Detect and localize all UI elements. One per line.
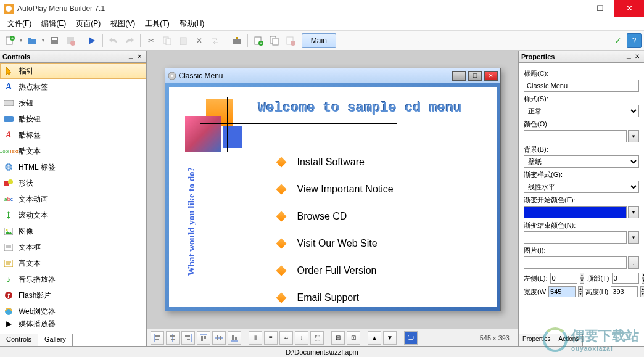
control-html[interactable]: HTML 标签 [0,159,146,175]
pin-icon[interactable]: ⊥ [126,53,135,60]
menu-tools[interactable]: 工具(T) [140,17,174,30]
spin-up[interactable]: ▲ [580,273,585,278]
center-h-button[interactable]: ⊟ [331,331,345,345]
align-bottom-button[interactable] [228,331,241,345]
dropdown-icon[interactable]: ▼ [628,231,639,244]
preview-max-button[interactable]: ☐ [468,71,482,81]
dup-page-button[interactable] [267,33,282,48]
prop-top-input[interactable] [612,273,639,284]
align-right-button[interactable] [181,331,195,345]
cut-button[interactable]: ✂ [144,33,159,48]
panel-close-icon[interactable]: ✕ [135,53,144,60]
tab-gallery[interactable]: Gallery [38,334,73,346]
control-hotlabel[interactable]: A热点标签 [0,79,146,95]
prop-gradstyle-select[interactable]: 线性水平 [524,181,639,193]
same-width-button[interactable]: ↔ [279,331,293,345]
control-coolbutton[interactable]: 酷按钮 [0,111,146,127]
control-image[interactable]: 图像 [0,223,146,239]
preview-min-button[interactable]: — [452,71,466,81]
copy-button[interactable] [160,33,175,48]
center-v-button[interactable]: ⊡ [347,331,360,345]
menu-view[interactable]: 视图(V) [105,17,140,30]
dropdown-icon[interactable]: ▼ [628,206,639,218]
spin-down[interactable]: ▼ [640,292,644,297]
menu-item[interactable]: Visit Our Web Site [278,230,394,257]
menu-page[interactable]: 页面(P) [71,17,105,30]
tab-actions[interactable]: Actions [555,334,584,346]
control-web[interactable]: Web浏览器 [0,303,146,319]
minimize-button[interactable]: — [558,0,586,17]
prop-left-input[interactable] [550,273,577,284]
help-button[interactable]: ? [627,33,642,48]
control-shape[interactable]: 形状 [0,175,146,191]
paste-button[interactable] [176,33,191,48]
panel-close-icon[interactable]: ✕ [633,53,642,60]
control-richtext[interactable]: 富文本 [0,255,146,271]
prop-color-swatch[interactable] [524,130,627,142]
menu-item[interactable]: Install Software [278,149,394,176]
preview-close-button[interactable]: ✕ [484,71,498,81]
pin-icon[interactable]: ⊥ [624,53,633,60]
dropdown-icon[interactable]: ▼ [628,130,639,142]
preview-button[interactable]: 🖵 [404,331,418,345]
control-media[interactable]: ▶媒体播放器 [0,319,146,328]
prop-title-input[interactable] [524,80,639,92]
tab-properties[interactable]: Properties [519,334,555,346]
add-page-button[interactable]: + [251,33,266,48]
menu-item[interactable]: View Important Notice [278,176,394,203]
prop-bg-select[interactable]: 壁纸 [524,155,639,168]
maximize-button[interactable]: ☐ [586,0,614,17]
align-hcenter-button[interactable] [166,331,180,345]
preview-body[interactable]: Welcome to sample cd menu What would you… [165,83,500,311]
spin-up[interactable]: ▲ [640,286,644,292]
canvas-area[interactable]: Classic Menu — ☐ ✕ Welcome to sample cd … [147,51,518,329]
same-height-button[interactable]: ↕ [295,331,308,345]
prop-gradend-swatch[interactable] [524,231,627,244]
dist-h-button[interactable]: ⫴ [249,331,262,345]
menu-help[interactable]: 帮助(H) [175,17,210,30]
dist-v-button[interactable]: ≡ [264,331,278,345]
remove-page-button[interactable] [283,33,298,48]
prop-width-input[interactable] [548,286,576,297]
preview-window[interactable]: Classic Menu — ☐ ✕ Welcome to sample cd … [165,68,501,311]
browse-icon[interactable]: … [628,256,639,269]
same-size-button[interactable]: ⬚ [310,331,324,345]
undo-button[interactable] [106,33,121,48]
control-coollabel[interactable]: A酷标签 [0,127,146,143]
control-button[interactable]: 按钮 [0,95,146,111]
control-cooltext[interactable]: CoolText酷文本 [0,143,146,159]
control-music[interactable]: ♪音乐播放器 [0,271,146,287]
control-textanim[interactable]: abc文本动画 [0,191,146,207]
tab-controls[interactable]: Controls [0,334,38,346]
menu-edit[interactable]: 编辑(E) [36,17,71,30]
new-button[interactable]: + [2,33,17,48]
spin-up[interactable]: ▲ [642,273,645,278]
prop-style-select[interactable]: 正常 [524,105,639,117]
control-pointer[interactable]: 指针 [0,63,146,79]
send-back-button[interactable]: ▼ [383,331,397,345]
check-button[interactable]: ✓ [611,33,625,48]
align-top-button[interactable] [197,331,210,345]
page-selector[interactable]: Main [302,33,336,48]
build-button[interactable] [229,33,244,48]
redo-button[interactable] [122,33,137,48]
menu-file[interactable]: 文件(F) [2,17,36,30]
prop-height-input[interactable] [611,286,638,297]
control-scrolltext[interactable]: 滚动文本 [0,207,146,223]
menu-item[interactable]: Browse CD [278,203,394,230]
align-left-button[interactable] [151,331,164,345]
spin-down[interactable]: ▼ [578,292,583,297]
save-button[interactable] [47,33,62,48]
control-textbox[interactable]: 文本框 [0,239,146,255]
play-button[interactable] [85,33,99,48]
spin-down[interactable]: ▼ [642,278,645,284]
replace-button[interactable] [208,33,223,48]
spin-up[interactable]: ▲ [578,286,583,292]
spin-down[interactable]: ▼ [580,278,585,284]
control-flash[interactable]: fFlash影片 [0,287,146,303]
menu-item[interactable]: Email Support [278,284,394,311]
bring-front-button[interactable]: ▲ [368,331,381,345]
close-button[interactable]: ✕ [614,0,644,17]
align-vcenter-button[interactable] [212,331,226,345]
prop-image-input[interactable] [524,256,627,269]
